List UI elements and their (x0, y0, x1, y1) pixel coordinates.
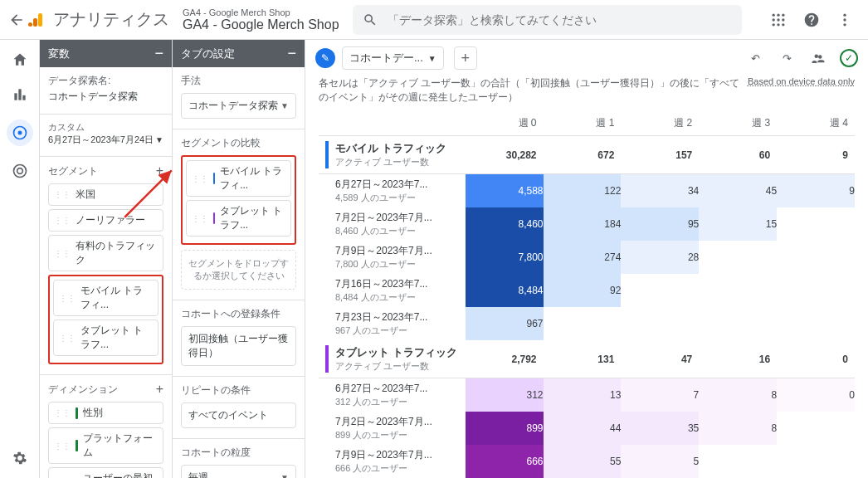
date-custom-label: カスタム (48, 121, 163, 134)
svg-rect-17 (22, 95, 25, 100)
row-sub: 312 人のユーザー (335, 396, 459, 408)
redo-icon[interactable]: ↷ (777, 48, 797, 68)
cohort-cell: 9 (777, 174, 855, 208)
share-icon[interactable] (808, 48, 828, 68)
add-dimension-icon[interactable]: + (156, 382, 163, 397)
group-title: モバイル トラフィック (335, 141, 459, 156)
group-total: 2,792 (466, 340, 544, 378)
dimensions-label: ディメンション (48, 383, 118, 397)
group-total: 157 (621, 136, 699, 174)
granularity-select[interactable]: 毎週 ▼ (181, 465, 296, 478)
nav-home-icon[interactable] (10, 50, 30, 70)
technique-value: コホートデータ探索 (188, 99, 278, 113)
search-box[interactable] (353, 5, 742, 35)
tab-select[interactable]: コホートデー... ▼ (342, 46, 444, 70)
cohort-cell (777, 241, 855, 274)
edit-tab-icon[interactable]: ✎ (315, 48, 335, 68)
collapse-icon[interactable]: − (154, 45, 163, 62)
svg-point-3 (773, 13, 775, 16)
cohort-cell: 122 (544, 174, 622, 208)
chip-label: 米国 (76, 188, 95, 202)
apps-icon[interactable] (768, 10, 788, 30)
tab-settings-panel: タブの設定 − 手法 コホートデータ探索 ▼ セグメントの比較 ⋮⋮モバイル ト… (173, 40, 305, 478)
row-sub: 8,460 人のユーザー (335, 225, 459, 237)
cohort-cell: 45 (699, 174, 777, 208)
nav-admin-icon[interactable] (10, 448, 30, 468)
return-select[interactable]: すべてのイベント (181, 402, 296, 428)
row-sub: 666 人のユーザー (335, 462, 459, 475)
table-row: 7月23日～2023年7...967 人のユーザー967 (319, 307, 855, 340)
row-date: 6月27日～2023年7... (335, 178, 459, 192)
svg-point-14 (843, 23, 846, 26)
svg-point-6 (773, 18, 775, 21)
help-icon[interactable] (802, 10, 822, 30)
table-row: 7月2日～2023年7月...8,460 人のユーザー8,4601849515 (319, 207, 855, 241)
segment-compare-dropzone[interactable]: ⋮⋮モバイル トラフィ...⋮⋮タブレット トラフ... (181, 155, 296, 245)
cohort-cell: 0 (777, 378, 855, 412)
group-total: 9 (777, 136, 855, 174)
add-segment-icon[interactable]: + (156, 163, 163, 178)
technique-select[interactable]: コホートデータ探索 ▼ (181, 93, 296, 119)
group-total: 60 (699, 136, 777, 174)
variables-panel-header[interactable]: 変数 − (40, 40, 172, 67)
nav-explore-icon[interactable] (7, 120, 33, 146)
cohort-cell: 13 (544, 378, 622, 412)
segment-highlight-box: ⋮⋮モバイル トラフィ...⋮⋮タブレット トラフ... (48, 275, 163, 364)
search-input[interactable] (388, 13, 732, 27)
segment-drop-placeholder[interactable]: セグメントをドロップするか選択してください (181, 250, 296, 290)
svg-rect-16 (18, 89, 21, 100)
technique-label: 手法 (181, 74, 201, 88)
segment-chip[interactable]: ⋮⋮ノーリファラー (48, 209, 163, 232)
cohort-cell: 899 (466, 412, 544, 445)
cohort-cell (777, 307, 855, 340)
add-tab-button[interactable]: + (454, 46, 477, 70)
chip-label: ノーリファラー (76, 213, 145, 227)
svg-point-7 (777, 18, 779, 21)
svg-point-5 (782, 13, 784, 16)
nav-ads-icon[interactable] (10, 161, 30, 181)
cohort-cell: 5 (621, 445, 699, 478)
table-row: 7月9日～2023年7月...7,800 人のユーザー7,80027428 (319, 241, 855, 274)
cohort-cell: 7,800 (466, 241, 544, 274)
svg-point-12 (843, 13, 846, 16)
date-range-picker[interactable]: 6月27日～2023年7月24日 ▼ (48, 134, 163, 146)
segment-chip[interactable]: ⋮⋮モバイル トラフィ... (53, 280, 158, 316)
segment-chip[interactable]: ⋮⋮タブレット トラフ... (53, 319, 158, 356)
cohort-cell (699, 445, 777, 478)
svg-point-4 (777, 13, 779, 16)
variables-panel: 変数 − データ探索名: コホートデータ探索 カスタム 6月27日～2023年7… (40, 40, 173, 478)
cohort-cell (777, 445, 855, 478)
table-row: 6月27日～2023年7...312 人のユーザー31213780 (319, 378, 855, 412)
dimension-chip[interactable]: ⋮⋮ユーザーの最初の... (48, 467, 163, 478)
group-title: タブレット トラフィック (335, 345, 459, 360)
more-icon[interactable] (835, 10, 855, 30)
nav-reports-icon[interactable] (10, 85, 30, 105)
inclusion-select[interactable]: 初回接触（ユーザー獲得日） (181, 326, 296, 366)
device-data-link[interactable]: Based on device data only (748, 76, 855, 86)
cohort-cell (777, 412, 855, 445)
exploration-name[interactable]: コホートデータ探索 (48, 90, 163, 104)
group-total: 0 (777, 340, 855, 378)
row-sub: 899 人のユーザー (335, 429, 459, 441)
week-header: 週 3 (699, 111, 777, 136)
row-sub: 4,589 人のユーザー (335, 192, 459, 204)
segment-compare-chip[interactable]: ⋮⋮モバイル トラフィ... (186, 160, 291, 197)
svg-point-9 (773, 23, 775, 26)
row-date: 6月27日～2023年7... (335, 382, 459, 396)
dimension-chip[interactable]: ⋮⋮性別 (48, 402, 163, 424)
dimension-chip[interactable]: ⋮⋮プラットフォーム (48, 427, 163, 464)
grip-icon: ⋮⋮ (54, 408, 71, 417)
chevron-down-icon: ▼ (155, 135, 163, 144)
back-arrow-icon[interactable] (7, 10, 27, 30)
tab-settings-header[interactable]: タブの設定 − (173, 40, 305, 67)
segment-compare-chip[interactable]: ⋮⋮タブレット トラフ... (186, 200, 291, 237)
row-sub: 8,484 人のユーザー (335, 291, 459, 304)
collapse-icon[interactable]: − (287, 45, 296, 62)
status-check-icon[interactable]: ✓ (840, 49, 858, 67)
segment-chip[interactable]: ⋮⋮有料のトラフィック (48, 235, 163, 271)
grip-icon: ⋮⋮ (54, 441, 71, 451)
property-selector[interactable]: GA4 - Google Merch Shop GA4 - Google Mer… (183, 6, 339, 34)
undo-icon[interactable]: ↶ (745, 48, 765, 68)
segment-chip[interactable]: ⋮⋮米国 (48, 183, 163, 206)
chip-label: プラットフォーム (83, 432, 158, 460)
